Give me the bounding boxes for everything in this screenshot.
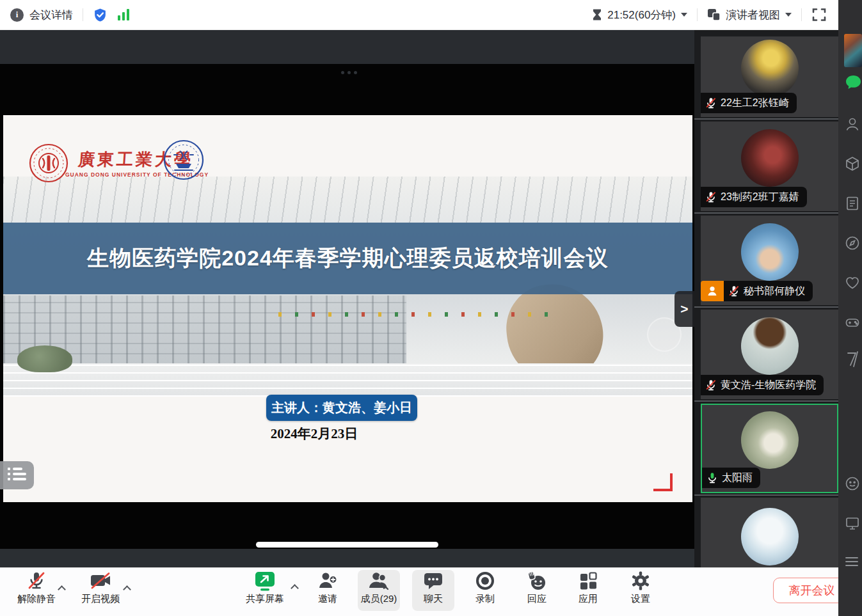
invite-label: 邀请 — [318, 593, 337, 605]
stage-top-strip — [0, 30, 694, 64]
dock-heart-icon[interactable] — [845, 275, 860, 293]
participant-tile-speaking[interactable]: 太阳雨 — [701, 404, 838, 493]
meeting-window: i 会议详情 21:52(60分钟) 演讲者视图 — [0, 0, 862, 616]
members-button[interactable]: 成员(29) — [358, 570, 400, 611]
apps-grid-icon — [578, 570, 598, 592]
avatar — [741, 317, 799, 375]
start-video-button[interactable]: 开启视频 — [71, 570, 130, 612]
leave-meeting-label: 离开会议 — [789, 583, 835, 598]
drag-dots — [341, 71, 360, 74]
members-icon — [367, 570, 390, 592]
logo-row: 廣東工業大學 GUANG DONG UNIVERSITY OF TECHNOLO… — [3, 115, 692, 192]
chat-button[interactable]: 聊天 — [412, 570, 454, 611]
meeting-timer: 21:52(60分钟) — [607, 8, 676, 22]
presenters-pill: 主讲人：黄文浩、姜小日 — [266, 395, 417, 421]
fullscreen-icon[interactable] — [811, 7, 827, 22]
avatar — [741, 223, 799, 281]
participant-tile[interactable]: 秘书部何静仪 — [701, 216, 838, 305]
slide-progress-bar — [256, 542, 438, 548]
list-icon — [8, 468, 26, 483]
dock-document-icon[interactable] — [845, 196, 860, 214]
photo-flags — [278, 312, 554, 317]
reactions-label: 回应 — [527, 593, 547, 605]
unmute-label: 解除静音 — [17, 593, 56, 605]
slide-title-band: 生物医药学院2024年春季学期心理委员返校培训会议 — [3, 223, 692, 294]
network-signal-icon[interactable] — [118, 9, 131, 20]
record-label: 录制 — [475, 593, 495, 605]
divider — [801, 8, 802, 21]
dock-seven-icon[interactable] — [845, 351, 860, 370]
signal-bar — [122, 12, 125, 20]
apps-label: 应用 — [579, 593, 598, 605]
college-logo-icon — [163, 139, 204, 183]
record-icon — [475, 570, 495, 592]
meeting-details-label[interactable]: 会议详情 — [29, 8, 73, 22]
hourglass-icon — [592, 8, 602, 21]
stage-bottom-strip — [0, 549, 694, 567]
mic-muted-icon — [26, 570, 47, 592]
settings-label: 设置 — [631, 593, 650, 605]
dock-person-icon[interactable] — [845, 116, 860, 134]
avatar — [741, 129, 799, 187]
members-label: 成员(29) — [361, 593, 397, 605]
view-dropdown-icon[interactable] — [785, 13, 792, 17]
participant-name: 秘书部何静仪 — [744, 285, 805, 298]
photo-bush — [17, 345, 72, 372]
mic-active-icon — [706, 472, 718, 484]
dock-chat-icon[interactable] — [845, 74, 862, 93]
unmute-button[interactable]: 解除静音 — [7, 570, 66, 612]
participants-panel: 22生工2张钰崎 23制药2班丁嘉婧 — [694, 30, 838, 616]
slide-list-button[interactable] — [0, 461, 34, 489]
dock-monitor-icon[interactable] — [845, 516, 860, 533]
divider — [697, 8, 698, 21]
record-button[interactable]: 录制 — [456, 570, 515, 612]
tile-separator — [694, 494, 838, 496]
signal-bar — [127, 9, 129, 20]
tile-separator — [694, 306, 838, 308]
next-slide-button[interactable]: > — [674, 291, 694, 327]
dock-compass-icon[interactable] — [845, 235, 860, 253]
divider — [83, 8, 83, 21]
participant-name: 22生工2张钰崎 — [721, 97, 789, 110]
share-screen-label: 共享屏幕 — [246, 593, 284, 605]
security-shield-icon[interactable] — [93, 8, 108, 22]
avatar — [741, 40, 799, 97]
participant-name: 23制药2班丁嘉婧 — [721, 191, 799, 204]
dock-cube-icon[interactable] — [845, 156, 860, 174]
dock-avatar[interactable] — [844, 34, 862, 67]
layout-view-icon — [707, 8, 721, 21]
signal-bar — [118, 15, 120, 20]
share-screen-icon — [253, 570, 276, 592]
avatar — [741, 411, 799, 469]
apps-button[interactable]: 应用 — [559, 570, 618, 612]
camera-off-icon — [89, 570, 112, 592]
share-screen-button[interactable]: 共享屏幕 — [235, 570, 294, 612]
reaction-hand-smiley-icon — [526, 570, 548, 592]
mic-muted-icon — [705, 97, 717, 109]
chevron-right-icon: > — [680, 301, 688, 317]
avatar — [741, 508, 799, 565]
slide-date: 2024年2月23日 — [239, 425, 390, 443]
invite-button[interactable]: 邀请 — [298, 570, 357, 612]
gear-icon — [630, 570, 651, 592]
dock-game-icon[interactable] — [845, 315, 860, 333]
tile-separator — [694, 212, 838, 214]
timer-dropdown-icon[interactable] — [681, 13, 687, 17]
dock-smiley-icon[interactable] — [845, 476, 860, 494]
dock-menu-icon[interactable] — [845, 555, 859, 571]
participant-name: 黄文浩-生物医药学院 — [721, 379, 816, 392]
participant-tile[interactable]: 22生工2张钰崎 — [701, 36, 838, 117]
invite-person-icon — [317, 570, 338, 592]
participant-tile[interactable]: 23制药2班丁嘉婧 — [701, 122, 838, 211]
settings-button[interactable]: 设置 — [611, 570, 670, 612]
participant-name: 太阳雨 — [722, 471, 753, 485]
presentation-slide: 生物医药学院2024年春季学期心理委员返校培训会议 廣東工業大學 GUANG D… — [3, 115, 692, 502]
tile-separator — [694, 118, 838, 120]
participant-tile[interactable]: 黄文浩-生物医药学院 — [701, 310, 838, 399]
red-corner-mark — [653, 473, 673, 491]
photo-steps — [3, 363, 692, 397]
mic-muted-icon — [705, 191, 717, 203]
view-mode-label[interactable]: 演讲者视图 — [726, 8, 780, 22]
reactions-button[interactable]: 回应 — [507, 570, 566, 612]
info-icon[interactable]: i — [10, 8, 24, 22]
